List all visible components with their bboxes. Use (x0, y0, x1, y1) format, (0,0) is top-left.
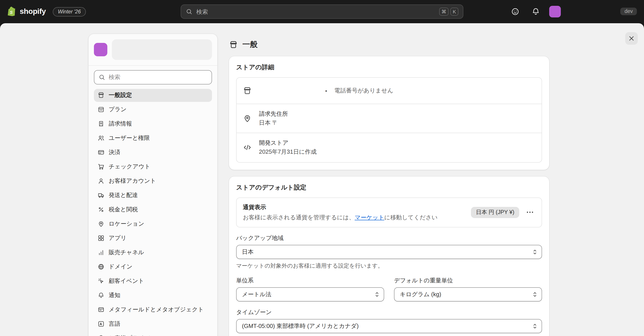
sidebar-item-label: お客様プライバシー (109, 335, 162, 336)
sidebar-item-label: 決済 (109, 149, 120, 157)
page-title: 一般 (242, 39, 258, 50)
sidebar-item[interactable]: メタフィールドとメタオブジェクト (94, 303, 212, 316)
sidebar-item-label: メタフィールドとメタオブジェクト (109, 306, 204, 314)
sidebar-item-icon (98, 321, 105, 328)
unit-system-select[interactable]: メートル法 (236, 287, 384, 302)
sidebar-item[interactable]: お客様アカウント (94, 175, 212, 188)
weight-unit-label: デフォルトの重量単位 (394, 277, 542, 285)
sidebar-item-icon (98, 278, 105, 285)
sidebar-item-label: アプリ (109, 234, 126, 242)
sidebar-item[interactable]: 一般設定 (94, 89, 212, 102)
currency-value-badge: 日本 円 (JPY ¥) (471, 207, 519, 218)
sidebar-item[interactable]: ロケーション (94, 218, 212, 231)
currency-desc-after: に移動してください (384, 214, 438, 221)
sidebar-item-label: プラン (109, 106, 126, 114)
sidebar-item[interactable]: 請求情報 (94, 117, 212, 130)
sidebar-item-icon (98, 206, 105, 213)
store-defaults-card: ストアのデフォルト設定 通貨表示 お客様に表示される通貨を管理するには、マーケッ… (229, 176, 549, 336)
unit-system-value: メートル法 (242, 291, 272, 299)
search-shortcut: ⌘ K (439, 7, 458, 16)
page-header: 一般 (229, 39, 549, 50)
sidebar-item-label: 販売チャネル (109, 249, 144, 257)
weight-unit-select[interactable]: キログラム (kg) (394, 287, 542, 302)
assistant-button[interactable] (508, 4, 522, 19)
sidebar-item[interactable]: 通知 (94, 289, 212, 302)
store-details-box: • 電話番号がありません 請求先住所 日本 〒 開発ストア (236, 77, 542, 162)
global-search[interactable]: ⌘ K (181, 4, 463, 19)
sidebar-item-label: ドメイン (109, 263, 132, 271)
sidebar-item[interactable]: プラン (94, 103, 212, 116)
sidebar-item[interactable]: アプリ (94, 232, 212, 245)
sidebar-item-label: 一般設定 (109, 91, 132, 99)
sidebar-item-icon (98, 292, 105, 299)
sidebar-item-icon (98, 92, 105, 99)
store-avatar (94, 43, 107, 56)
settings-search-input[interactable] (109, 74, 208, 81)
sidebar-item[interactable]: チェックアウト (94, 160, 212, 173)
store-profile-row[interactable]: • 電話番号がありません (236, 78, 542, 104)
dots-horizontal-icon (526, 208, 534, 217)
sidebar-item[interactable]: 発送と配達 (94, 189, 212, 202)
sidebar-item[interactable]: 決済 (94, 146, 212, 159)
timezone-select[interactable]: (GMT-05:00) 東部標準時 (アメリカとカナダ) (236, 319, 542, 333)
billing-address-row[interactable]: 請求先住所 日本 〒 (236, 104, 542, 133)
store-header (88, 34, 217, 65)
timezone-label: タイムゾーン (236, 308, 542, 316)
dev-store-row[interactable]: 開発ストア 2025年7月31日に作成 (236, 133, 542, 162)
code-icon (243, 143, 252, 152)
phone-status: 電話番号がありません (334, 87, 393, 95)
chevron-updown-icon (374, 291, 380, 298)
billing-address-value: 日本 〒 (259, 118, 288, 127)
chevron-updown-icon (531, 248, 538, 256)
chevron-updown-icon (531, 291, 538, 298)
sidebar-item[interactable]: 言語 (94, 318, 212, 331)
sidebar-item[interactable]: 税金と関税 (94, 203, 212, 216)
assistant-icon (511, 7, 520, 16)
sidebar-item-icon (98, 335, 105, 336)
global-search-input[interactable] (196, 8, 436, 15)
sidebar-item-label: チェックアウト (109, 163, 150, 171)
sidebar-item-icon (98, 192, 105, 199)
sidebar-item-label: ロケーション (109, 220, 144, 228)
sidebar-item-icon (98, 106, 105, 113)
backup-region-help: マーケットの対象外のお客様に適用する設定を行います。 (236, 262, 542, 270)
version-badge: Winter '26 (53, 7, 86, 16)
markets-link[interactable]: マーケット (355, 214, 384, 221)
store-defaults-title: ストアのデフォルト設定 (236, 183, 542, 191)
sidebar-item-icon (98, 149, 105, 156)
currency-label: 通貨表示 (243, 203, 438, 211)
sidebar-item[interactable]: 販売チャネル (94, 246, 212, 259)
notifications-button[interactable] (528, 4, 543, 19)
sidebar-item-icon (98, 120, 105, 128)
sidebar-item-label: 税金と関税 (109, 206, 138, 214)
currency-menu-button[interactable] (524, 207, 535, 218)
backup-region-value: 日本 (242, 248, 254, 256)
sidebar-item-label: 通知 (109, 292, 120, 300)
sidebar-item-label: お客様アカウント (109, 177, 156, 185)
sidebar-item[interactable]: お客様プライバシー (94, 332, 212, 336)
settings-search[interactable] (94, 70, 212, 84)
currency-description: お客様に表示される通貨を管理するには、マーケットに移動してください (243, 213, 438, 222)
unit-system-label: 単位系 (236, 277, 384, 285)
sidebar-item[interactable]: ユーザーと権限 (94, 132, 212, 145)
weight-unit-value: キログラム (kg) (400, 291, 441, 299)
settings-nav: 一般設定 プラン 請求情報 ユーザーと権限 (88, 84, 217, 336)
sidebar-item[interactable]: 顧客イベント (94, 275, 212, 288)
user-avatar[interactable] (549, 6, 561, 17)
sidebar-item-label: 顧客イベント (109, 277, 144, 285)
store-details-title: ストアの詳細 (236, 63, 542, 71)
sidebar-item-label: 請求情報 (109, 120, 132, 128)
k-key: K (450, 7, 458, 16)
bell-icon (531, 7, 540, 16)
close-button[interactable] (625, 32, 638, 45)
backup-region-select[interactable]: 日本 (236, 245, 542, 259)
store-details-card: ストアの詳細 • 電話番号がありません 請求先住所 日本 〒 (229, 56, 549, 170)
sidebar-item-label: 言語 (109, 320, 120, 328)
storefront-icon (229, 40, 238, 49)
sidebar-item-icon (98, 163, 105, 170)
billing-address-label: 請求先住所 (259, 109, 288, 118)
sidebar-item[interactable]: ドメイン (94, 261, 212, 274)
settings-overlay: 一般設定 プラン 請求情報 ユーザーと権限 (0, 23, 644, 336)
shopify-logo[interactable]: S shopify (6, 6, 46, 17)
command-key: ⌘ (439, 7, 448, 16)
